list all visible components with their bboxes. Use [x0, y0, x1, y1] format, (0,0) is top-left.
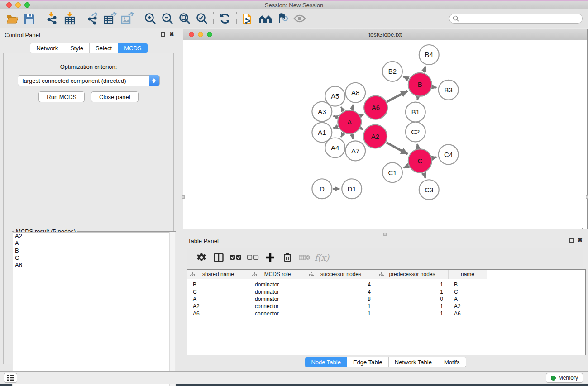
graph-edge-A-A6[interactable]: [361, 114, 363, 116]
graph-node-C2[interactable]: C2: [406, 122, 425, 142]
table-cell[interactable]: A6: [449, 310, 487, 317]
graph-edge-C-C3[interactable]: [424, 173, 425, 178]
table-cell[interactable]: connector: [249, 310, 306, 317]
graph-edge-B-B4[interactable]: [424, 67, 425, 72]
graph-node-A2[interactable]: A2: [363, 125, 387, 148]
import-network-icon[interactable]: [44, 11, 61, 26]
table-row[interactable]: Adominator80A: [187, 295, 585, 303]
table-cell[interactable]: 1: [376, 281, 449, 288]
graph-edge-B-B1[interactable]: [417, 97, 418, 100]
gear-icon[interactable]: [193, 250, 210, 265]
table-cell[interactable]: 8: [306, 295, 376, 303]
graph-node-B1[interactable]: B1: [406, 102, 425, 122]
table-row[interactable]: A6connector11A6: [187, 310, 585, 317]
export-image-icon[interactable]: [119, 11, 136, 26]
network-maximize-button[interactable]: [207, 32, 212, 37]
table-cell[interactable]: 0: [376, 295, 449, 303]
splitter-handle[interactable]: [182, 195, 185, 199]
minimize-window-button[interactable]: [15, 2, 21, 8]
graph-edge-A-A1[interactable]: [334, 126, 338, 128]
graph-edge-B-B2[interactable]: [403, 76, 408, 79]
open-file-icon[interactable]: [4, 11, 21, 26]
maximize-window-button[interactable]: [24, 2, 30, 8]
mcds-result-item[interactable]: B: [13, 247, 175, 254]
close-panel-button[interactable]: Close panel: [91, 91, 139, 102]
table-cell[interactable]: A2: [449, 303, 487, 310]
column-header-shared-name[interactable]: shared name: [187, 270, 249, 279]
graph-edge-A-A2[interactable]: [361, 128, 363, 129]
tab-motifs[interactable]: Motifs: [438, 357, 466, 367]
search-input[interactable]: [449, 14, 583, 24]
dropdown-stepper-icon[interactable]: [149, 75, 159, 86]
delete-table-icon[interactable]: [296, 250, 313, 265]
graph-edge-A-A4[interactable]: [341, 133, 343, 137]
float-panel-icon[interactable]: [161, 32, 165, 37]
tab-network-table[interactable]: Network Table: [389, 357, 438, 367]
new-network-from-selection-icon[interactable]: [239, 11, 257, 26]
network-canvas[interactable]: B4B2BB3A5A8A6A3B1AA1C2A2A4A7CC4C1C3DD1: [183, 40, 587, 229]
function-builder-icon[interactable]: f(x): [313, 250, 330, 265]
eye-icon[interactable]: [291, 11, 308, 26]
column-header-successor-nodes[interactable]: successor nodes: [306, 270, 376, 279]
table-cell[interactable]: 1: [306, 303, 376, 310]
graph-edge-A-A7[interactable]: [352, 134, 353, 139]
show-graphics-details-icon[interactable]: [274, 11, 291, 26]
mcds-result-scrollbar[interactable]: [169, 232, 175, 386]
graph-node-D1[interactable]: D1: [342, 179, 362, 199]
float-table-panel-icon[interactable]: [569, 238, 574, 243]
cybrowser-icon[interactable]: [257, 11, 274, 26]
tab-network[interactable]: Network: [30, 43, 64, 53]
table-cell[interactable]: B: [449, 281, 487, 288]
columns-icon[interactable]: [210, 250, 227, 265]
zoom-out-icon[interactable]: [159, 11, 176, 26]
mcds-result-item[interactable]: A2: [13, 233, 175, 240]
select-all-icon[interactable]: [227, 250, 244, 265]
graph-node-B2[interactable]: B2: [382, 62, 402, 81]
table-cell[interactable]: 1: [376, 288, 449, 295]
network-close-button[interactable]: [189, 32, 194, 37]
graph-node-A4[interactable]: A4: [325, 138, 345, 157]
graph-edge-C-C4[interactable]: [432, 157, 436, 158]
save-session-icon[interactable]: [21, 11, 38, 26]
table-cell[interactable]: B: [187, 281, 249, 288]
graph-edge-A-A5[interactable]: [341, 107, 343, 111]
table-cell[interactable]: connector: [249, 303, 306, 310]
import-table-icon[interactable]: [61, 11, 78, 26]
table-cell[interactable]: 4: [306, 288, 376, 295]
graph-node-A3[interactable]: A3: [312, 102, 332, 122]
graph-edge-C-C2[interactable]: [417, 144, 418, 148]
close-panel-icon[interactable]: ✖: [169, 32, 174, 37]
table-cell[interactable]: A: [187, 295, 249, 303]
table-cell[interactable]: 1: [376, 310, 449, 317]
graph-edge-A6-B[interactable]: [387, 91, 408, 102]
table-cell[interactable]: 1: [306, 310, 376, 317]
zoom-in-icon[interactable]: [142, 11, 159, 26]
criterion-dropdown[interactable]: largest connected component (directed): [18, 75, 160, 86]
splitter-handle[interactable]: [383, 233, 387, 236]
export-network-icon[interactable]: [84, 11, 101, 26]
graph-node-A7[interactable]: A7: [345, 141, 365, 161]
zoom-fit-icon[interactable]: [176, 11, 193, 26]
column-header-mcds-role[interactable]: MCDS role: [249, 270, 306, 279]
network-minimize-button[interactable]: [198, 32, 203, 37]
mcds-result-item[interactable]: C: [13, 254, 175, 262]
table-cell[interactable]: A: [449, 295, 487, 303]
table-cell[interactable]: dominator: [249, 295, 306, 303]
graph-edge-A-A3[interactable]: [334, 116, 338, 118]
mcds-result-item[interactable]: A: [13, 240, 175, 247]
graph-edge-B-B3[interactable]: [432, 87, 436, 88]
deselect-all-icon[interactable]: [244, 250, 262, 265]
tab-select[interactable]: Select: [90, 43, 118, 53]
graph-edge-A2-C[interactable]: [387, 143, 408, 154]
zoom-selected-icon[interactable]: [193, 11, 210, 26]
table-cell[interactable]: dominator: [249, 288, 306, 295]
export-table-icon[interactable]: [101, 11, 119, 26]
tab-mcds[interactable]: MCDS: [118, 43, 147, 53]
graph-node-A6[interactable]: A6: [364, 96, 387, 119]
memory-button[interactable]: Memory: [546, 373, 583, 383]
close-table-panel-icon[interactable]: ✖: [578, 238, 583, 243]
graph-node-B[interactable]: B: [408, 73, 432, 96]
delete-icon[interactable]: [279, 250, 296, 265]
column-header-name[interactable]: name: [449, 270, 487, 279]
table-row[interactable]: Cdominator41C: [187, 288, 585, 295]
